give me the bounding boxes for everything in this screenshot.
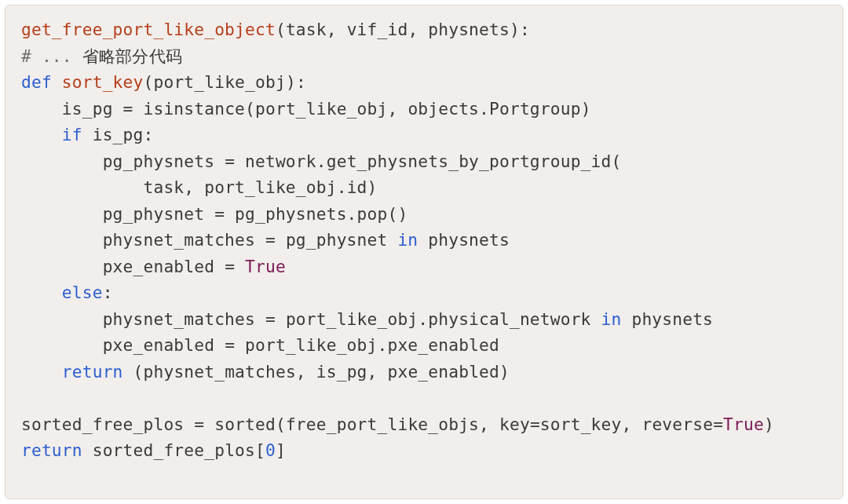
code-token: physnets [428, 20, 510, 39]
code-token: = [214, 204, 235, 224]
code-token: ) [581, 99, 591, 119]
code-token: pop [357, 204, 388, 224]
code-line: is_pg = isinstance(port_like_obj, object… [21, 99, 591, 119]
code-token: = [713, 415, 723, 434]
code-token: port_like_obj [286, 309, 418, 329]
code-token: port_like_obj [153, 72, 285, 92]
code-line: physnet_matches = pg_physnet in physnets [21, 230, 510, 250]
code-token: id [347, 177, 367, 197]
code-line: else: [21, 283, 113, 302]
code-token: Portgroup [489, 99, 581, 119]
code-token: ( [276, 20, 286, 39]
code-token: ( [245, 99, 255, 119]
code-token: () [387, 204, 408, 224]
code-token: = [265, 230, 286, 250]
code-token: network [245, 152, 316, 171]
code-token: sorted_free_plos [21, 415, 194, 434]
code-token: ) [510, 20, 520, 39]
code-line: return (physnet_matches, is_pg, pxe_enab… [21, 362, 510, 382]
code-line: task, port_like_obj.id) [21, 177, 378, 197]
code-token: isinstance [143, 99, 245, 119]
code-token: , [408, 20, 428, 39]
code-token: physnets [621, 309, 713, 329]
code-token: = [123, 99, 144, 119]
code-token: . [316, 152, 327, 171]
code-token: = [194, 415, 214, 434]
code-token: physnet_matches [21, 309, 265, 329]
code-token: sorted [214, 415, 276, 434]
code-token: = [225, 152, 245, 171]
code-token: port_like_obj [255, 99, 387, 119]
code-token: sort_key [62, 72, 144, 92]
code-token: in [397, 230, 418, 250]
code-token: , [387, 99, 408, 119]
code-line: pxe_enabled = True [21, 257, 286, 276]
code-token: physnets [418, 230, 510, 250]
code-token: . [347, 204, 357, 224]
code-token [123, 362, 133, 382]
code-token: = [225, 257, 245, 276]
code-token: if [62, 125, 82, 144]
code-line: pxe_enabled = port_like_obj.pxe_enabled [21, 335, 499, 355]
code-content: get_free_port_like_object(task, vif_id, … [21, 16, 828, 464]
code-token: pxe_enabled [387, 335, 499, 355]
code-token: ( [612, 152, 622, 171]
code-token: free_port_like_objs [286, 415, 479, 434]
code-line: sorted_free_plos = sorted(free_port_like… [21, 415, 774, 434]
code-token: ) [367, 177, 378, 197]
code-token: True [245, 257, 286, 276]
code-block: get_free_port_like_object(task, vif_id, … [5, 5, 843, 499]
code-token: reverse [641, 415, 713, 434]
code-token: . [418, 309, 428, 329]
code-token: 省略部分代码 [82, 47, 182, 65]
code-token: : [144, 125, 154, 144]
code-line: # ... 省略部分代码 [21, 46, 182, 66]
code-token: 0 [265, 440, 276, 460]
code-token: vif_id [347, 20, 408, 39]
code-token: else [62, 283, 103, 302]
code-token: # ... [21, 46, 82, 66]
code-token: : [520, 20, 530, 39]
code-token: port_like_obj [204, 177, 336, 197]
code-token: , [479, 415, 499, 434]
code-token: pg_physnets [21, 152, 225, 171]
code-token: , [184, 177, 204, 197]
code-token: ] [276, 440, 286, 460]
code-token: key [499, 415, 530, 434]
code-token: pg_physnet [21, 204, 214, 224]
code-token: pxe_enabled [21, 335, 225, 355]
code-token: return [62, 362, 123, 382]
code-line: physnet_matches = port_like_obj.physical… [21, 309, 713, 329]
code-token: = [225, 335, 245, 355]
code-token [21, 362, 62, 382]
code-token: get_free_port_like_object [21, 20, 276, 39]
code-line: return sorted_free_plos[0] [21, 440, 286, 460]
code-line: def sort_key(port_like_obj): [21, 72, 306, 92]
code-token: . [377, 335, 387, 355]
code-token: , [622, 415, 642, 434]
code-token: , [327, 20, 347, 39]
code-token: return [21, 440, 82, 460]
code-token: : [296, 72, 306, 92]
code-token: ( [133, 362, 144, 382]
code-line: pg_physnets = network.get_physnets_by_po… [21, 152, 621, 171]
code-token: pxe_enabled [387, 362, 499, 382]
code-token: = [265, 309, 286, 329]
code-token: ( [276, 415, 286, 434]
code-token: in [601, 309, 622, 329]
code-token: . [337, 177, 347, 197]
code-token: task [286, 20, 327, 39]
code-token [52, 72, 62, 92]
code-token: [ [255, 440, 265, 460]
code-token: port_like_obj [245, 335, 377, 355]
code-token: is_pg [21, 99, 123, 119]
code-token [21, 125, 62, 144]
code-line: pg_physnet = pg_physnets.pop() [21, 204, 408, 224]
code-token: physical_network [428, 309, 601, 329]
code-line: get_free_port_like_object(task, vif_id, … [21, 20, 530, 39]
code-token: pg_physnet [286, 230, 398, 250]
code-token: ( [144, 72, 154, 92]
code-token [21, 283, 62, 302]
code-token: task [21, 177, 184, 197]
code-token: physnet_matches [144, 362, 296, 382]
